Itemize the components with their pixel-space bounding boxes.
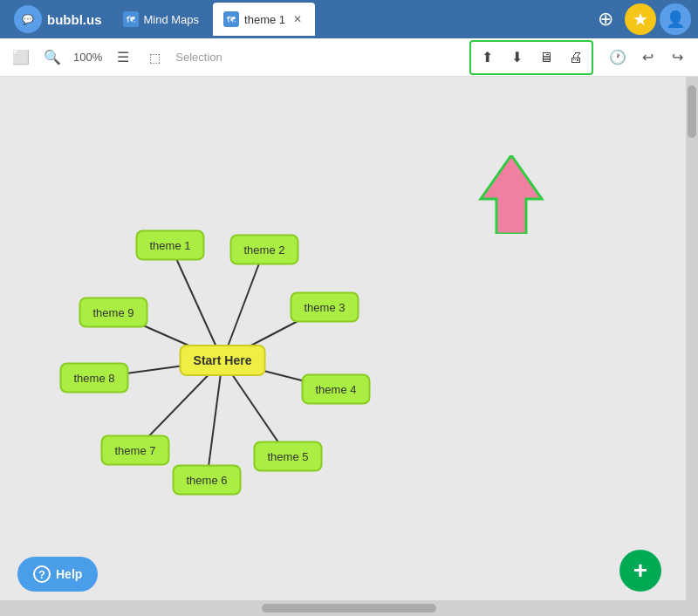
help-icon: ? bbox=[33, 565, 51, 583]
logo-icon: 💬 bbox=[14, 5, 42, 33]
redo-button[interactable]: ↪ bbox=[663, 44, 691, 72]
theme-node-t3[interactable]: theme 3 bbox=[291, 292, 359, 323]
horizontal-scrollbar-thumb[interactable] bbox=[262, 604, 436, 613]
theme-node-t4[interactable]: theme 4 bbox=[302, 374, 371, 405]
undo-button[interactable]: ↩ bbox=[633, 44, 661, 72]
selection-label: Selection bbox=[172, 51, 225, 64]
theme1-close-button[interactable]: ✕ bbox=[291, 12, 305, 26]
mind-maps-tab-icon: 🗺 bbox=[123, 11, 139, 27]
user-button[interactable]: 👤 bbox=[660, 3, 691, 35]
theme-node-t8[interactable]: theme 8 bbox=[60, 363, 129, 394]
history-button[interactable]: 🕐 bbox=[604, 44, 632, 72]
zoom-button[interactable]: 🔍 bbox=[38, 44, 66, 72]
theme-node-t2[interactable]: theme 2 bbox=[230, 235, 299, 265]
tab-mind-maps[interactable]: 🗺 Mind Maps bbox=[113, 3, 210, 36]
tab-theme1[interactable]: 🗺 theme 1 ✕ bbox=[213, 3, 315, 36]
theme-node-t1[interactable]: theme 1 bbox=[136, 230, 205, 261]
star-button[interactable]: ★ bbox=[625, 3, 656, 35]
share-button[interactable]: ⬆ bbox=[473, 44, 501, 72]
add-icon: + bbox=[633, 557, 647, 585]
canvas-wrapper: ? Help + Start Heretheme 1theme 2theme 3… bbox=[0, 77, 698, 616]
download-button[interactable]: ⬇ bbox=[503, 44, 530, 72]
line-to-t1 bbox=[170, 245, 222, 360]
history-tools: 🕐 ↩ ↪ bbox=[604, 44, 691, 72]
arrow-indicator bbox=[476, 155, 546, 234]
line-to-t2 bbox=[222, 250, 264, 360]
help-button[interactable]: ? Help bbox=[17, 557, 98, 592]
vertical-scrollbar[interactable] bbox=[686, 77, 698, 616]
print-button[interactable]: 🖨 bbox=[562, 44, 590, 72]
add-button[interactable]: + bbox=[619, 550, 661, 592]
scrollbar-thumb[interactable] bbox=[688, 86, 696, 138]
menu-button[interactable]: ☰ bbox=[109, 44, 137, 72]
canvas-view-button[interactable]: ⬜ bbox=[7, 44, 35, 72]
screen-button[interactable]: 🖥 bbox=[532, 44, 560, 72]
globe-button[interactable]: ⊕ bbox=[590, 3, 621, 35]
theme1-tab-label: theme 1 bbox=[244, 13, 285, 26]
zoom-level: 100% bbox=[70, 51, 106, 64]
theme-node-t6[interactable]: theme 6 bbox=[173, 465, 242, 496]
theme-node-t9[interactable]: theme 9 bbox=[79, 298, 148, 328]
horizontal-scrollbar[interactable] bbox=[0, 600, 698, 616]
top-navigation: 💬 bubbl.us 🗺 Mind Maps 🗺 theme 1 ✕ ⊕ ★ 👤 bbox=[0, 0, 698, 38]
mind-maps-tab-label: Mind Maps bbox=[144, 13, 200, 26]
svg-marker-0 bbox=[481, 155, 542, 234]
logo-text: bubbl.us bbox=[47, 12, 102, 27]
help-label: Help bbox=[56, 567, 82, 581]
line-to-t6 bbox=[207, 360, 222, 480]
theme1-tab-icon: 🗺 bbox=[223, 11, 239, 27]
center-node[interactable]: Start Here bbox=[180, 345, 266, 376]
mind-map-lines bbox=[0, 77, 686, 616]
toolbar: ⬜ 🔍 100% ☰ ⬚ Selection ⬆ ⬇ 🖥 🖨 🕐 ↩ ↪ bbox=[0, 38, 698, 77]
logo[interactable]: 💬 bubbl.us bbox=[7, 2, 109, 37]
mind-map-canvas[interactable]: ? Help + Start Heretheme 1theme 2theme 3… bbox=[0, 77, 686, 616]
theme-node-t5[interactable]: theme 5 bbox=[254, 441, 323, 472]
theme-node-t7[interactable]: theme 7 bbox=[101, 435, 170, 466]
selection-icon[interactable]: ⬚ bbox=[140, 44, 168, 72]
export-tools: ⬆ ⬇ 🖥 🖨 bbox=[469, 40, 593, 75]
